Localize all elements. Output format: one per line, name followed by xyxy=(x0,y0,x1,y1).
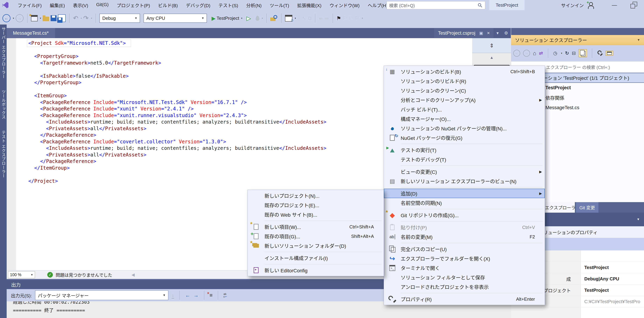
keep-open-icon[interactable]: ▣ xyxy=(479,31,483,36)
context-menu-item[interactable]: エクスプローラーでフォルダーを開く(X) xyxy=(384,254,545,263)
submenu-item[interactable]: 新しい EditorConfig xyxy=(248,266,384,275)
solution-explorer-header[interactable]: ソリューション エクスプローラー ▼ xyxy=(511,35,644,45)
previous-message-icon[interactable]: ← xyxy=(185,292,190,298)
navigate-forward-button[interactable]: → xyxy=(16,14,24,22)
window-position-dropdown-icon[interactable]: ▼ xyxy=(637,38,640,42)
context-menu-item[interactable] xyxy=(384,186,545,189)
context-menu-item[interactable]: 構成マネージャー(O)... xyxy=(384,114,545,124)
context-menu-item[interactable]: 名前の変更(M) F2 xyxy=(384,232,545,242)
sync-with-active-document-icon[interactable]: ⇄ xyxy=(539,50,543,56)
context-menu-item[interactable]: ビューの変更(C) ▶ xyxy=(384,167,545,176)
menu-item[interactable]: 拡張機能(X) xyxy=(293,2,326,8)
context-menu-item[interactable]: ソリューション フィルターとして保存 xyxy=(384,273,545,282)
document-list-dropdown-icon[interactable]: ▾ xyxy=(494,28,501,38)
open-file-button[interactable] xyxy=(42,17,49,21)
context-menu-item[interactable] xyxy=(384,292,545,294)
browse-dropdown-icon[interactable]: ▾ xyxy=(294,17,296,20)
context-menu-item[interactable]: プロパティ(R) Alt+Enter xyxy=(384,294,545,304)
collapse-all-icon[interactable]: ⊟ xyxy=(572,50,576,56)
submenu-item[interactable]: 新しい項目(W)... Ctrl+Shift+A xyxy=(248,222,384,232)
redo-dropdown-icon[interactable]: ▾ xyxy=(91,17,92,20)
menu-item[interactable]: Git(G) xyxy=(92,2,113,8)
context-menu-item[interactable]: 貼り付け(P) Ctrl+V xyxy=(384,222,545,232)
menu-item[interactable]: ファイル(F) xyxy=(14,2,46,8)
bookmark-dropdown-icon[interactable]: ▾ xyxy=(362,17,363,20)
context-menu-item[interactable]: アンロードされたプロジェクトを非表示 xyxy=(384,282,545,292)
close-tab-icon[interactable]: × xyxy=(487,30,490,36)
preview-selected-items-toggle[interactable] xyxy=(606,51,613,56)
tab-testproject-csproj[interactable]: TestProject.csproj ▣ × xyxy=(434,28,494,38)
show-all-files-toggle[interactable] xyxy=(578,49,587,57)
context-menu-item[interactable] xyxy=(384,208,545,210)
pending-changes-filter-icon[interactable]: ◷ xyxy=(553,50,557,56)
properties-wrench-icon[interactable] xyxy=(597,50,603,56)
zoom-level-dropdown[interactable]: 100 %▼ xyxy=(8,271,35,278)
context-menu-item[interactable] xyxy=(384,220,545,222)
submenu-item[interactable]: 新しいソリューション フォルダー(D) xyxy=(248,241,384,250)
new-project-dropdown-icon[interactable]: ▾ xyxy=(40,17,41,20)
menu-item[interactable]: プロジェクト(P) xyxy=(112,2,154,8)
menu-item[interactable]: ツール(T) xyxy=(266,2,293,8)
start-without-debugging-button[interactable]: ▶ xyxy=(247,15,251,21)
sign-in-button[interactable]: サインイン + xyxy=(561,0,594,10)
tab-messagetest[interactable]: MessageTest.cs* xyxy=(7,28,55,38)
context-menu-item[interactable]: テストの実行(T) xyxy=(384,145,545,155)
context-menu-item[interactable]: Git リポジトリの作成(G)... xyxy=(384,210,545,220)
undo-button[interactable]: ↶ xyxy=(73,14,78,22)
context-menu-item[interactable]: 名前空間の同期(N) xyxy=(384,198,545,208)
submenu-item[interactable] xyxy=(248,263,384,266)
properties-dropdown-icon[interactable]: ▼ xyxy=(637,218,640,221)
navigate-back-button[interactable]: ← xyxy=(2,14,10,22)
menu-item[interactable]: 分析(N) xyxy=(242,2,266,8)
hscroll-left-icon[interactable]: ◀ xyxy=(132,272,134,277)
submenu-item[interactable] xyxy=(248,250,384,253)
rail-tab[interactable]: テスト エクスプローラー xyxy=(0,130,6,178)
context-menu-item[interactable]: 追加(D) ▶ xyxy=(384,189,545,198)
se-back-button[interactable]: ← xyxy=(513,50,520,57)
split-window-handle[interactable]: ⇕ xyxy=(472,38,511,53)
context-menu-item[interactable] xyxy=(384,142,545,145)
menu-item[interactable]: 編集(E) xyxy=(46,2,69,8)
undo-dropdown-icon[interactable]: ▾ xyxy=(80,17,82,20)
refresh-icon[interactable]: ↻ xyxy=(565,50,569,56)
context-menu-item[interactable]: ソリューションのリビルド(R) xyxy=(384,76,545,86)
new-project-button[interactable] xyxy=(31,15,38,21)
next-message-icon[interactable]: → xyxy=(194,292,199,298)
context-menu-item[interactable]: 新しいソリューション エクスプローラーのビュー(N) xyxy=(384,176,545,186)
context-menu-item[interactable]: NuGet パッケージの復元(G) xyxy=(384,133,545,142)
context-menu-item[interactable]: ソリューションの NuGet パッケージの管理(N)... xyxy=(384,124,545,133)
submenu-item[interactable]: 既存の項目(G)... Shift+Alt+A xyxy=(248,232,384,241)
start-debugging-button[interactable]: ▶ TestProject ▾ xyxy=(212,15,242,21)
tab-settings-gear-icon[interactable]: ⚙ xyxy=(501,28,511,38)
redo-button[interactable]: ↷ xyxy=(83,14,88,22)
property-row[interactable] xyxy=(511,307,644,318)
save-button[interactable] xyxy=(50,15,56,21)
context-menu-item[interactable]: バッチ ビルド(T)... xyxy=(384,105,545,114)
context-menu-item[interactable]: 分析とコードのクリーンアップ(A) ▶ xyxy=(384,95,545,105)
save-all-button[interactable] xyxy=(58,14,66,22)
menu-item[interactable]: ウィンドウ(W) xyxy=(326,2,364,8)
submenu-item[interactable]: 既存の Web サイト(B)... xyxy=(248,210,384,219)
toggle-bookmark-button[interactable]: ⚑ xyxy=(336,15,341,21)
context-menu-item[interactable] xyxy=(384,242,545,244)
filter-dropdown-icon[interactable]: ▾ xyxy=(561,52,562,55)
context-menu-item[interactable]: ソリューションのビルド(B) Ctrl+Shift+B xyxy=(384,67,545,76)
context-menu-item[interactable]: ターミナルで開く xyxy=(384,263,545,273)
solution-platforms-dropdown[interactable]: Any CPU▼ xyxy=(144,14,207,23)
browse-home-button[interactable] xyxy=(285,15,292,22)
menu-item[interactable]: ビルド(B) xyxy=(154,2,182,8)
context-menu-item[interactable]: テストのデバッグ(T) xyxy=(384,155,545,164)
context-menu-item[interactable]: ソリューションのクリーン(C) xyxy=(384,86,545,95)
word-wrap-icon[interactable]: abc↩ xyxy=(223,292,227,298)
menu-item[interactable]: デバッグ(D) xyxy=(182,2,214,8)
clear-all-icon[interactable]: ≡× xyxy=(210,292,213,298)
hot-reload-dropdown-icon[interactable]: ▾ xyxy=(262,17,263,20)
rail-tab[interactable]: サーバー エクスプローラー xyxy=(0,27,6,78)
next-bookmark-button[interactable]: ⚐ xyxy=(349,15,354,21)
hot-reload-button[interactable] xyxy=(256,16,260,21)
rail-tab[interactable]: ツールボックス xyxy=(0,90,6,119)
submenu-item[interactable]: インストール構成ファイル(I) xyxy=(248,253,384,263)
home-icon[interactable]: ⌂ xyxy=(533,50,536,56)
solution-configurations-dropdown[interactable]: Debug▼ xyxy=(100,14,140,23)
output-source-dropdown[interactable]: パッケージ マネージャー▼ xyxy=(35,290,168,300)
